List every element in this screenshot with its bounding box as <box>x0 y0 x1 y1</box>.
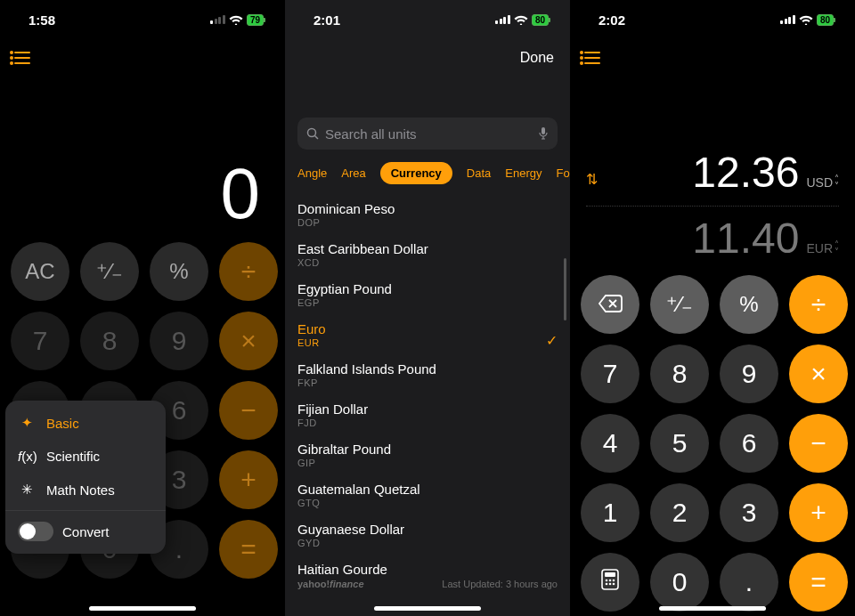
percent-button[interactable]: % <box>720 275 778 334</box>
currency-code: FKP <box>297 377 558 388</box>
divide-button[interactable]: ÷ <box>219 242 278 301</box>
last-updated: Last Updated: 3 hours ago <box>442 579 558 589</box>
currency-code: GIP <box>297 458 558 468</box>
value-usd: 12.36 <box>692 148 799 197</box>
currency-list[interactable]: Dominican PesoDOPEast Caribbean DollarXC… <box>285 193 570 582</box>
home-indicator[interactable] <box>89 606 196 611</box>
menu-icon[interactable] <box>584 52 855 64</box>
equals-button[interactable]: = <box>789 553 848 612</box>
list-item[interactable]: Guatemalan QuetzalGTQ <box>297 474 558 514</box>
key-0[interactable]: 0 <box>650 553 709 612</box>
subtract-button[interactable]: − <box>789 414 848 473</box>
key-8[interactable]: 8 <box>650 344 709 403</box>
key-8[interactable]: 8 <box>80 312 139 370</box>
add-button[interactable]: + <box>789 483 848 542</box>
key-6[interactable]: 6 <box>720 414 778 473</box>
home-indicator[interactable] <box>374 606 481 611</box>
swap-icon[interactable]: ⇅ <box>586 171 598 188</box>
cat-currency[interactable]: Currency <box>380 162 452 184</box>
cat-force[interactable]: Force <box>556 166 570 180</box>
multiply-button[interactable]: × <box>219 312 278 370</box>
wifi-icon <box>514 14 528 25</box>
search-placeholder: Search all units <box>325 126 417 142</box>
basic-icon: ✦ <box>18 415 36 431</box>
svg-point-8 <box>606 583 608 586</box>
mic-icon[interactable] <box>538 126 549 141</box>
yahoo-logo: yahoo!finance <box>297 579 364 589</box>
currency-usd[interactable]: USD˄˅ <box>806 175 839 190</box>
search-input[interactable]: Search all units <box>297 118 558 150</box>
home-indicator[interactable] <box>659 606 766 611</box>
cat-area[interactable]: Area <box>341 166 365 180</box>
currency-code: EGP <box>297 297 558 308</box>
key-7[interactable]: 7 <box>581 344 639 403</box>
percent-button[interactable]: % <box>150 242 208 301</box>
menu-icon[interactable] <box>14 52 285 64</box>
list-item[interactable]: Dominican PesoDOP <box>297 193 558 233</box>
sign-button[interactable]: ⁺∕₋ <box>650 275 709 334</box>
battery-icon: 80 <box>817 14 834 26</box>
key-decimal[interactable]: . <box>720 553 778 612</box>
list-item[interactable]: Falkland Islands PoundFKP <box>297 353 558 393</box>
currency-name: Euro <box>297 321 558 336</box>
convert-row-primary[interactable]: 12.36 USD˄˅ <box>586 148 839 197</box>
convert-row-secondary[interactable]: 11.40 EUR˄˅ <box>586 214 839 263</box>
category-tabs: Angle Area Currency Data Energy Force <box>285 150 570 193</box>
currency-name: Falkland Islands Pound <box>297 361 558 377</box>
svg-point-5 <box>606 580 608 582</box>
backspace-button[interactable] <box>581 275 639 334</box>
ac-button[interactable]: AC <box>11 242 69 301</box>
cat-data[interactable]: Data <box>467 166 491 180</box>
cat-angle[interactable]: Angle <box>297 166 327 180</box>
list-item[interactable]: Egyptian PoundEGP <box>297 273 558 313</box>
list-item[interactable]: Fijian DollarFJD <box>297 393 558 434</box>
key-4[interactable]: 4 <box>581 414 639 473</box>
currency-name: Gibraltar Pound <box>297 442 558 457</box>
convert-label: Convert <box>62 524 110 539</box>
add-button[interactable]: + <box>219 450 278 509</box>
currency-name: East Caribbean Dollar <box>297 241 558 256</box>
list-item[interactable]: EuroEUR✓ <box>297 313 558 353</box>
key-7[interactable]: 7 <box>11 312 69 370</box>
key-5[interactable]: 5 <box>650 414 709 473</box>
multiply-button[interactable]: × <box>789 344 848 403</box>
cat-energy[interactable]: Energy <box>505 166 542 180</box>
key-1[interactable]: 1 <box>581 483 639 542</box>
calculator-mode-button[interactable] <box>581 553 639 612</box>
convert-toggle-row[interactable]: Convert <box>5 515 166 548</box>
mode-scientific[interactable]: f(x) Scientific <box>5 440 166 473</box>
svg-rect-4 <box>605 572 615 577</box>
key-2[interactable]: 2 <box>650 483 709 542</box>
subtract-button[interactable]: − <box>219 381 278 440</box>
list-item[interactable]: East Caribbean DollarXCD <box>297 233 558 273</box>
chevron-updown-icon: ˄˅ <box>835 241 839 255</box>
chevron-updown-icon: ˄˅ <box>835 175 839 190</box>
signal-icon <box>210 15 225 24</box>
key-3[interactable]: 3 <box>720 483 778 542</box>
svg-point-6 <box>609 580 612 582</box>
key-9[interactable]: 9 <box>720 344 778 403</box>
divide-button[interactable]: ÷ <box>789 275 848 334</box>
equals-button[interactable]: = <box>219 520 278 579</box>
mode-mathnotes[interactable]: ✳ Math Notes <box>5 473 166 507</box>
mode-basic[interactable]: ✦ Basic <box>5 406 166 440</box>
signal-icon <box>780 15 795 24</box>
currency-name: Dominican Peso <box>297 201 558 216</box>
list-item[interactable]: Guyanaese DollarGYD <box>297 514 558 554</box>
currency-code: XCD <box>297 257 558 268</box>
status-bar: 1:58 79 <box>0 0 285 39</box>
search-icon <box>306 127 320 141</box>
currency-code: DOP <box>297 217 558 228</box>
scrollbar[interactable] <box>564 258 566 320</box>
convert-switch[interactable] <box>18 522 53 541</box>
svg-line-1 <box>315 135 319 139</box>
list-item[interactable]: Gibraltar PoundGIP <box>297 434 558 474</box>
mode-scientific-label: Scientific <box>46 449 100 464</box>
done-button[interactable]: Done <box>520 50 554 66</box>
wifi-icon <box>799 14 813 25</box>
currency-eur[interactable]: EUR˄˅ <box>806 241 839 255</box>
currency-code: FJD <box>297 417 558 428</box>
sign-button[interactable]: ⁺∕₋ <box>80 242 139 301</box>
mode-mathnotes-label: Math Notes <box>46 482 115 498</box>
key-9[interactable]: 9 <box>150 312 208 370</box>
